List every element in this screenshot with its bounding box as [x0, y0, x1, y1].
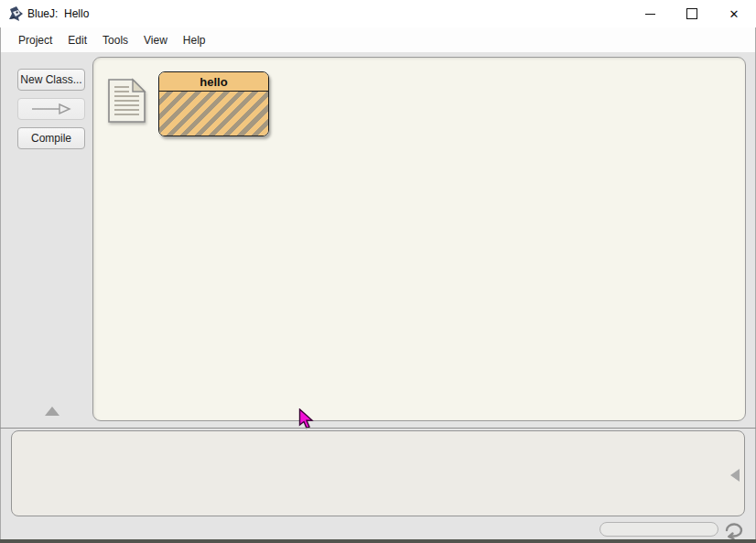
compile-button[interactable]: Compile — [17, 127, 85, 149]
maximize-icon — [686, 8, 697, 19]
new-class-button[interactable]: New Class... — [17, 69, 85, 91]
machine-activity-bar — [599, 522, 718, 537]
readme-icon[interactable] — [107, 78, 147, 124]
expand-up-icon[interactable] — [45, 407, 59, 416]
menu-item-tools[interactable]: Tools — [95, 29, 135, 51]
menu-item-view[interactable]: View — [136, 29, 175, 51]
window-title: BlueJ: Hello — [27, 0, 89, 27]
menu-item-edit[interactable]: Edit — [60, 29, 94, 51]
menu-item-project[interactable]: Project — [11, 29, 59, 51]
title-bar[interactable]: BlueJ: Hello ✕ — [0, 0, 756, 27]
class-hello[interactable]: hello — [158, 71, 269, 136]
class-name-label: hello — [159, 72, 268, 92]
minimize-button[interactable] — [634, 0, 665, 27]
panel-divider — [0, 428, 756, 429]
bluej-logo-icon — [8, 5, 25, 22]
close-button[interactable]: ✕ — [718, 0, 750, 27]
object-bench[interactable] — [11, 430, 745, 516]
bluej-main-window: BlueJ: Hello ✕ Project Edit Tools View H… — [0, 0, 756, 543]
class-uncompiled-stripes — [159, 92, 268, 136]
vm-reset-icon[interactable] — [721, 519, 745, 541]
uses-arrow-button[interactable] — [17, 98, 85, 120]
maximize-button[interactable] — [676, 0, 707, 27]
class-diagram-panel[interactable]: hello — [92, 57, 746, 421]
codepad-expand-icon[interactable] — [730, 469, 740, 482]
window-bottom-edge — [0, 539, 756, 543]
menu-bar: Project Edit Tools View Help — [1, 27, 755, 52]
menu-item-help[interactable]: Help — [176, 29, 213, 51]
minimize-icon — [645, 14, 655, 15]
uses-arrow-icon — [30, 103, 72, 114]
close-icon: ✕ — [729, 8, 740, 20]
